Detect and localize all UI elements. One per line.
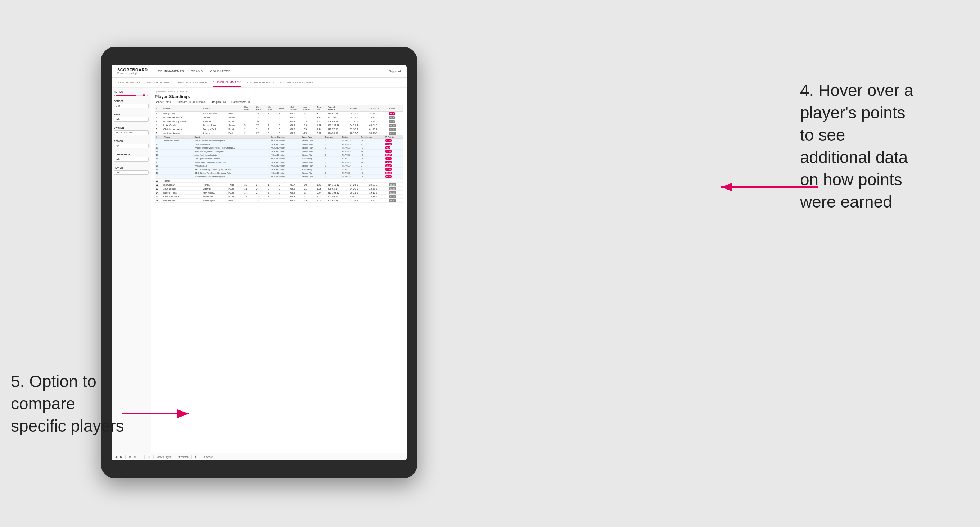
- view-original[interactable]: View: Original: [157, 456, 172, 458]
- exp-col-points: W Points: [384, 135, 403, 139]
- points-badge[interactable]: 39.95: [389, 195, 396, 198]
- toolbar-clock[interactable]: ⏱: [148, 456, 150, 459]
- filter-row: Gender: Men Division: NCAA Division I Re…: [155, 101, 403, 103]
- expanded-detail-table: # Player Event Event Division Event Type…: [155, 135, 403, 178]
- exp-col-num: #: [155, 135, 163, 139]
- watch-btn[interactable]: 👁 Watch: [178, 456, 189, 458]
- sidebar-region: Region N/A: [114, 140, 149, 150]
- points-badge[interactable]: 70.2: [389, 120, 395, 123]
- data-panel: Update time: 27/01/2024 16:56:26 Player …: [151, 88, 407, 453]
- arrow-left-svg: [123, 405, 194, 423]
- table-row: 25Cole SherwoodVanderbiltFourth 12231068…: [155, 195, 403, 198]
- toolbar-refresh[interactable]: ↻: [129, 456, 131, 459]
- nav-teams[interactable]: TEAMS: [191, 68, 203, 75]
- division-label: Division: [114, 127, 149, 129]
- list-item: 16Williams Cup NCAA Division IStroke Pla…: [155, 164, 403, 168]
- filter-gender: Gender: Men: [155, 101, 170, 103]
- bottom-toolbar: ◀ ▶ ↻ ⎗ ⋯ ⏱ View: Original 👁 Watch ⬇ ⛭ S…: [111, 453, 407, 460]
- update-time: Update time: 27/01/2024 16:56:26: [155, 90, 403, 93]
- player-select[interactable]: (All): [114, 170, 149, 175]
- col-avg-sg: AvgSG: [316, 105, 326, 111]
- standings-table: # Player School Yr RegRank ConfRank NoRd…: [155, 105, 403, 203]
- exp-col-type: Event Type: [301, 135, 324, 139]
- points-badge[interactable]: 76.3: [389, 116, 395, 119]
- col-adj-score: Adj.Score: [290, 105, 302, 111]
- points-badge[interactable]: 40.02: [389, 191, 396, 194]
- subnav-player-summary[interactable]: PLAYER SUMMARY: [213, 78, 241, 87]
- points-badge[interactable]: 58.18: [389, 132, 396, 135]
- conference-label: Conference: [114, 153, 149, 156]
- list-item: 11Wake Forest Invitational at Pinehurst …: [155, 146, 403, 150]
- table-row: 24Bastien AmatNew MexicoFourth 1272069.4…: [155, 190, 403, 195]
- list-item: 9Jackson KoivunUNCW Seahawk Intercollegi…: [155, 139, 403, 143]
- points-badge[interactable]: 40.58: [389, 183, 396, 186]
- col-no-rds: NoRds.: [267, 105, 278, 111]
- filter-region: Region: All: [212, 101, 226, 103]
- panel-header: Update time: 27/01/2024 16:56:26 Player …: [155, 90, 403, 103]
- list-item: 10Tiger Invitational NCAA Division IStro…: [155, 143, 403, 146]
- exp-col-status: Status: [341, 135, 360, 139]
- toolbar-forward[interactable]: ▶: [120, 456, 123, 459]
- no-rds-thumb[interactable]: [143, 94, 145, 97]
- points-badge[interactable]: 68.54: [389, 124, 396, 127]
- region-select[interactable]: N/A: [114, 143, 149, 148]
- download-btn[interactable]: ⬇: [195, 456, 197, 458]
- sidebar-division: Division NCAA Division I: [114, 127, 149, 137]
- no-rds-fill: [116, 95, 137, 96]
- points-badge[interactable]: 40.27: [389, 187, 396, 190]
- subnav-player-h2h-heatmap[interactable]: PLAYER H2H HEATMAP: [280, 79, 314, 86]
- table-row: 26Petr HrubyWashingtonFifth 7230068.6-1.…: [155, 198, 403, 203]
- region-label: Region: [114, 140, 149, 143]
- top-nav: SCOREBOARD Powered by clippi TOURNAMENTS…: [111, 65, 407, 78]
- points-badge[interactable]: 38.49: [389, 199, 396, 202]
- list-item: 15Fallen Oak Collegiate Invitational NCA…: [155, 160, 403, 164]
- table-row: 23Jack LundinMissouriFourth 11240068.5-2…: [155, 187, 403, 190]
- points-badge[interactable]: 60.49: [389, 128, 396, 131]
- no-rds-slider-row: 4 52: [114, 94, 149, 97]
- gender-select[interactable]: Men: [114, 103, 149, 108]
- table-row: 2Michael Le SassieOle MissSecond 1180067…: [155, 116, 403, 119]
- col-wins: Wins: [278, 105, 290, 111]
- no-rds-track[interactable]: [116, 95, 145, 96]
- col-conf-rank: ConfRank: [255, 105, 267, 111]
- no-rds-to: 52: [146, 94, 149, 97]
- nav-committee[interactable]: COMMITTEE: [210, 68, 231, 75]
- tablet-screen: SCOREBOARD Powered by clippi TOURNAMENTS…: [111, 65, 407, 460]
- expanded-row: # Player Event Event Division Event Type…: [155, 135, 403, 179]
- nav-tournaments[interactable]: TOURNAMENTS: [158, 68, 184, 75]
- no-rds-label: No Rds.: [114, 90, 149, 93]
- subnav-player-h2h-grid[interactable]: PLAYER H2H GRID: [247, 79, 274, 86]
- list-item: 14The Cypress Point Classic NCAA Divisio…: [155, 157, 403, 160]
- col-vs-top50: Vs Top 50: [368, 105, 388, 111]
- list-item: 20Mirabel Maui Jim Intercollegiate NCAA …: [155, 175, 403, 178]
- list-item: 17SEC Match Play hosted by Jerry Pate NC…: [155, 168, 403, 171]
- arrow-right-svg: [717, 176, 825, 198]
- exp-col-player: Player: [163, 135, 193, 139]
- col-rank: #: [155, 105, 162, 111]
- year-select[interactable]: (All): [114, 117, 149, 122]
- list-item: 12Southern Highlands Collegiate NCAA Div…: [155, 150, 403, 153]
- nav-sign-out[interactable]: | Sign out: [387, 70, 401, 73]
- table-row: 22Ian GilliganFloridaThird 10241068.7-0.…: [155, 183, 403, 187]
- table-row: 1Wenyi DingArizona StateFirst 1151367.1-…: [155, 111, 403, 116]
- division-select[interactable]: NCAA Division I: [114, 130, 149, 135]
- toolbar-back[interactable]: ◀: [115, 456, 117, 459]
- col-reg-rank: RegRank: [243, 105, 255, 111]
- annotation-left: 5. Option tocomparespecific players: [11, 370, 133, 437]
- player-label: Player: [114, 167, 149, 169]
- points-badge[interactable]: 88.2: [389, 112, 395, 115]
- toolbar-dots[interactable]: ⋯: [138, 456, 142, 459]
- conference-select[interactable]: (All): [114, 157, 149, 162]
- list-item: 19SEC Stroke Play hosted by Jerry Pate N…: [155, 171, 403, 175]
- share-btn[interactable]: ⛭ Share: [203, 456, 213, 458]
- list-item: 13Amer An Intercollegiate NCAA Division …: [155, 153, 403, 157]
- subnav-team-summary[interactable]: TEAM SUMMARY: [116, 79, 141, 86]
- outer-wrapper: SCOREBOARD Powered by clippi TOURNAMENTS…: [0, 0, 980, 527]
- table-row: 21Techs: [155, 179, 403, 183]
- gender-label: Gender: [114, 100, 149, 103]
- toolbar-copy[interactable]: ⎗: [134, 456, 136, 459]
- subnav-team-h2h-grid[interactable]: TEAM H2H GRID: [146, 79, 170, 86]
- subnav-team-h2h-heatmap[interactable]: TEAM H2H HEATMAP: [176, 79, 207, 86]
- col-yr: Yr: [227, 105, 243, 111]
- col-to-par: Avg.to-Par: [302, 105, 316, 111]
